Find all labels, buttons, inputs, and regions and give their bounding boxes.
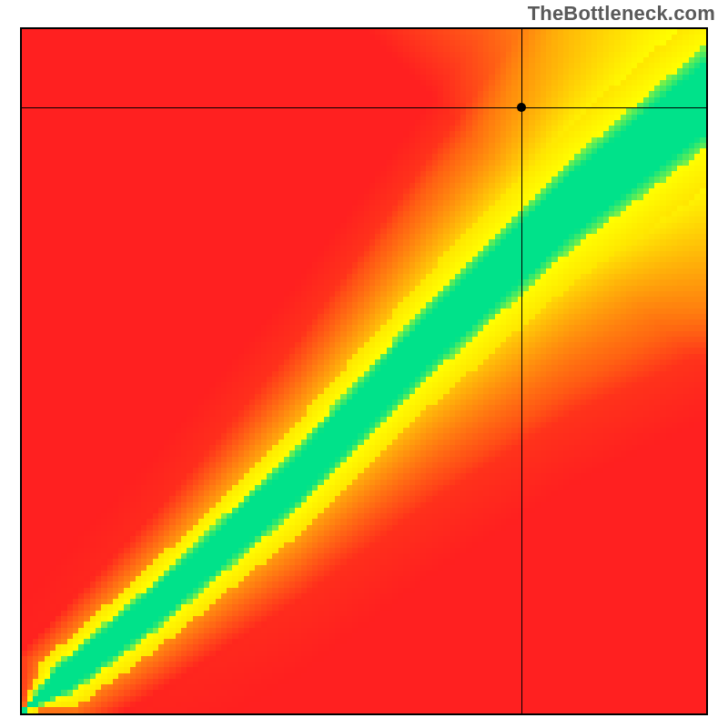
crosshair-marker	[517, 103, 526, 112]
watermark-text: TheBottleneck.com	[528, 2, 715, 25]
chart-container: TheBottleneck.com	[0, 0, 728, 728]
heatmap-canvas	[22, 29, 706, 713]
crosshair-horizontal	[22, 107, 706, 108]
heatmap-plot	[20, 27, 708, 715]
crosshair-vertical	[521, 29, 522, 713]
